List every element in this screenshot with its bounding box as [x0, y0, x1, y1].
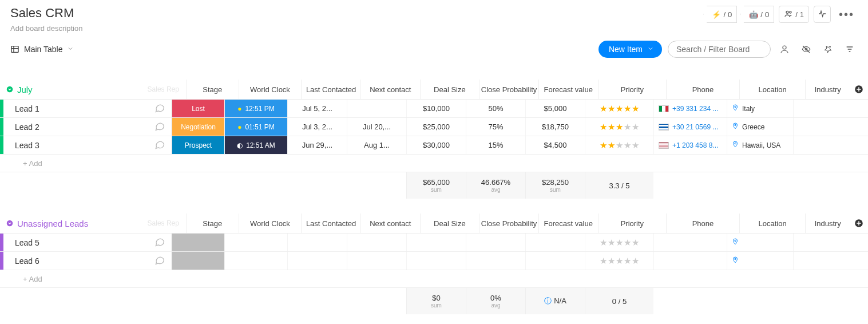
new-item-button[interactable]: New Item: [599, 41, 662, 58]
column-header[interactable]: Deal Size: [420, 80, 479, 99]
stage-cell[interactable]: Negotiation: [172, 118, 224, 136]
close-prob-cell[interactable]: [466, 234, 525, 251]
stage-cell[interactable]: [172, 234, 224, 251]
column-header[interactable]: Priority: [598, 214, 667, 233]
phone-cell[interactable]: +39 331 234 ...: [653, 100, 727, 117]
industry-cell[interactable]: [793, 234, 838, 251]
last-contacted-cell[interactable]: [287, 252, 347, 270]
board-title[interactable]: Sales CRM: [10, 6, 703, 21]
chat-icon[interactable]: [154, 102, 165, 115]
eye-off-icon[interactable]: [798, 41, 814, 57]
phone-cell[interactable]: [653, 234, 727, 251]
priority-cell[interactable]: ★★★★★: [585, 234, 653, 251]
close-prob-cell[interactable]: 75%: [466, 118, 525, 136]
priority-cell[interactable]: ★★★★★: [585, 136, 653, 154]
item-name-cell[interactable]: Lead 2: [3, 118, 172, 136]
column-header[interactable]: Deal Size: [420, 214, 479, 233]
priority-cell[interactable]: ★★★★★: [585, 252, 653, 270]
close-prob-cell[interactable]: 50%: [466, 100, 525, 117]
column-header[interactable]: Phone: [666, 214, 739, 233]
chat-icon[interactable]: [154, 254, 165, 267]
column-header[interactable]: Forecast value: [538, 214, 598, 233]
column-header[interactable]: Next contact: [360, 214, 420, 233]
column-header[interactable]: Stage: [186, 80, 239, 99]
chat-icon[interactable]: [154, 139, 165, 152]
column-header[interactable]: Close Probability: [479, 80, 538, 99]
more-menu-button[interactable]: •••: [835, 8, 858, 21]
location-cell[interactable]: [727, 252, 793, 270]
priority-cell[interactable]: ★★★★★: [585, 118, 653, 136]
location-cell[interactable]: Greece: [727, 118, 793, 136]
clock-cell[interactable]: ◐12:51 AM: [224, 136, 287, 154]
column-header[interactable]: Last Contacted: [301, 214, 360, 233]
column-header[interactable]: Close Probability: [479, 214, 538, 233]
close-prob-cell[interactable]: 15%: [466, 136, 525, 154]
main-table-view-tab[interactable]: Main Table: [10, 45, 74, 54]
item-name-cell[interactable]: Lead 3: [3, 136, 172, 154]
item-name-cell[interactable]: Lead 6: [3, 252, 172, 270]
deal-size-cell[interactable]: $10,000: [406, 100, 466, 117]
close-prob-cell[interactable]: [466, 252, 525, 270]
next-contact-cell[interactable]: [347, 252, 406, 270]
column-header[interactable]: Industry: [805, 214, 850, 233]
clock-cell[interactable]: ●12:51 PM: [224, 100, 287, 117]
phone-cell[interactable]: +30 21 0569 ...: [653, 118, 727, 136]
column-header[interactable]: Next contact: [360, 80, 420, 99]
add-item-row[interactable]: + Add: [0, 154, 868, 172]
deal-size-cell[interactable]: [406, 234, 466, 251]
priority-stars[interactable]: ★★★★★: [600, 256, 640, 266]
forecast-cell[interactable]: $18,750: [525, 118, 585, 136]
industry-cell[interactable]: [793, 136, 838, 154]
next-contact-cell[interactable]: Jul 20,...: [347, 118, 406, 136]
industry-cell[interactable]: [793, 100, 838, 117]
last-contacted-cell[interactable]: Jul 5, 2...: [287, 100, 347, 117]
priority-stars[interactable]: ★★★★★: [600, 238, 640, 248]
deal-size-cell[interactable]: $30,000: [406, 136, 466, 154]
activity-badge[interactable]: [814, 6, 831, 23]
forecast-cell[interactable]: [525, 252, 585, 270]
item-name-cell[interactable]: Lead 1: [3, 100, 172, 117]
integration-badge-a[interactable]: ⚡/0: [703, 6, 737, 23]
forecast-cell[interactable]: $5,000: [525, 100, 585, 117]
add-column-button[interactable]: [850, 84, 868, 94]
pin-icon[interactable]: [820, 41, 836, 57]
next-contact-cell[interactable]: [347, 234, 406, 251]
next-contact-cell[interactable]: [347, 100, 406, 117]
column-header[interactable]: Industry: [805, 80, 850, 99]
column-header[interactable]: World Clock: [239, 214, 302, 233]
person-filter-icon[interactable]: [776, 41, 792, 57]
location-cell[interactable]: [727, 234, 793, 251]
column-header[interactable]: Location: [739, 80, 806, 99]
sales-rep-column-ghost[interactable]: Sales Rep: [148, 219, 186, 227]
priority-stars[interactable]: ★★★★★: [600, 104, 640, 114]
stage-cell[interactable]: Lost: [172, 100, 224, 117]
filter-icon[interactable]: [842, 41, 858, 57]
deal-size-cell[interactable]: [406, 252, 466, 270]
integration-badge-b[interactable]: 🤖/0: [740, 6, 774, 23]
priority-cell[interactable]: ★★★★★: [585, 100, 653, 117]
last-contacted-cell[interactable]: Jun 29,...: [287, 136, 347, 154]
board-description[interactable]: Add board description: [10, 24, 703, 33]
priority-stars[interactable]: ★★★★★: [600, 140, 640, 151]
stage-cell[interactable]: Prospect: [172, 136, 224, 154]
location-cell[interactable]: Hawaii, USA: [727, 136, 793, 154]
industry-cell[interactable]: [793, 118, 838, 136]
stage-cell[interactable]: [172, 252, 224, 270]
phone-cell[interactable]: +1 203 458 8...: [653, 136, 727, 154]
clock-cell[interactable]: [224, 252, 287, 270]
collapse-toggle[interactable]: [5, 84, 15, 94]
item-name-cell[interactable]: Lead 5: [3, 234, 172, 251]
column-header[interactable]: Priority: [598, 80, 667, 99]
forecast-cell[interactable]: $4,500: [525, 136, 585, 154]
last-contacted-cell[interactable]: [287, 234, 347, 251]
column-header[interactable]: World Clock: [239, 80, 302, 99]
group-title[interactable]: Unassigned Leads: [17, 219, 88, 228]
chat-icon[interactable]: [154, 236, 165, 249]
chat-icon[interactable]: [154, 120, 165, 133]
column-header[interactable]: Location: [739, 214, 806, 233]
phone-cell[interactable]: [653, 252, 727, 270]
sales-rep-column-ghost[interactable]: Sales Rep: [148, 85, 186, 93]
next-contact-cell[interactable]: Aug 1...: [347, 136, 406, 154]
group-title[interactable]: July: [17, 85, 33, 94]
people-badge[interactable]: /1: [779, 6, 809, 23]
